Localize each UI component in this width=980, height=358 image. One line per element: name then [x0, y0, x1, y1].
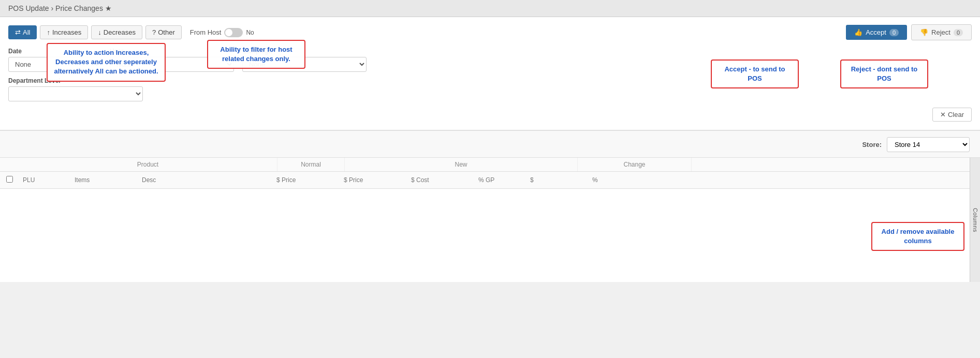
from-host-toggle[interactable] — [224, 28, 243, 37]
dept-filter-group: Department Level — [8, 77, 143, 101]
clear-btn-row: ✕ Clear — [8, 108, 972, 122]
store-label: Store: — [862, 141, 882, 148]
breadcrumb-star[interactable]: ★ — [105, 4, 112, 12]
campaign-label: Campaign — [242, 48, 367, 55]
breadcrumb-parent[interactable]: POS Update — [8, 4, 49, 12]
col-header-desc: Desc — [138, 174, 272, 186]
breadcrumb-current: Price Changes — [55, 4, 103, 12]
col-header-dollar: $ — [526, 174, 588, 186]
date-filter-group: Date None — [8, 48, 101, 72]
all-icon: ⇄ — [15, 28, 21, 36]
sub-header-row: PLU Items Desc $ Price $ Price $ Cost % … — [0, 172, 980, 189]
user-label: User — [110, 48, 234, 55]
reject-thumb-icon: 👎 — [920, 28, 928, 36]
dept-label: Department Level — [8, 77, 143, 84]
filter-section: ⇄ All ↑ Increases ↓ Decreases ? Other Fr… — [0, 17, 980, 131]
clear-button[interactable]: ✕ Clear — [932, 108, 972, 122]
breadcrumb-sep: › — [51, 4, 54, 12]
select-all-checkbox[interactable] — [6, 176, 13, 183]
col-header-snprice: $ Price — [340, 174, 407, 186]
col-group-normal: Normal — [277, 158, 345, 171]
col-group-new: New — [345, 158, 578, 171]
tab-increases-label: Increases — [52, 28, 81, 36]
store-select[interactable]: Store 14 — [887, 137, 970, 152]
columns-tab[interactable]: Columns — [970, 158, 980, 282]
user-filter-group: User None — [110, 48, 234, 72]
tab-other-label: Other — [158, 28, 175, 36]
filters-row: Date None User None Campaign None — [8, 48, 972, 72]
col-header-items: Items — [70, 174, 138, 186]
table-section: Store: Store 14 Product Normal New Chang… — [0, 131, 980, 282]
col-group-header: Product Normal New Change — [0, 158, 980, 172]
tab-increases[interactable]: ↑ Increases — [40, 25, 88, 39]
clear-label: Clear — [948, 111, 964, 118]
date-select[interactable]: None — [8, 57, 101, 72]
campaign-select[interactable]: None — [242, 57, 367, 72]
from-host-value: No — [246, 29, 254, 36]
from-host-label: From Host — [190, 28, 222, 36]
dept-row: Department Level — [8, 77, 972, 101]
tab-other[interactable]: ? Other — [145, 25, 182, 39]
table-body — [0, 189, 980, 282]
reject-badge: 0 — [954, 29, 963, 36]
date-label: Date — [8, 48, 101, 55]
col-group-product: Product — [19, 158, 277, 171]
other-icon: ? — [152, 28, 156, 36]
accept-button[interactable]: 👍 Accept 0 — [846, 25, 907, 40]
tab-all-label: All — [23, 28, 30, 36]
campaign-filter-group: Campaign None — [242, 48, 367, 72]
checkbox-header-cell — [0, 176, 19, 184]
reject-label: Reject — [931, 28, 950, 36]
tab-decreases-label: Decreases — [104, 28, 136, 36]
tab-decreases[interactable]: ↓ Decreases — [91, 25, 142, 39]
clear-x-icon: ✕ — [940, 111, 946, 118]
tab-all[interactable]: ⇄ All — [8, 25, 37, 39]
col-header-pct: % — [588, 174, 650, 186]
col-header-scost: $ Cost — [407, 174, 474, 186]
user-select[interactable]: None — [110, 57, 234, 72]
col-group-change: Change — [578, 158, 692, 171]
dept-select[interactable] — [8, 86, 143, 101]
accept-label: Accept — [866, 28, 886, 36]
col-header-sprice: $ Price — [272, 174, 340, 186]
from-host-group: From Host No — [190, 28, 254, 37]
decreases-icon: ↓ — [98, 28, 101, 36]
store-row: Store: Store 14 — [0, 137, 980, 157]
table-container: Product Normal New Change PLU Items Desc… — [0, 157, 980, 282]
accept-badge: 0 — [889, 29, 899, 36]
col-header-plu: PLU — [19, 174, 70, 186]
reject-button[interactable]: 👎 Reject 0 — [911, 24, 972, 40]
action-buttons: 👍 Accept 0 👎 Reject 0 — [846, 24, 972, 40]
col-header-gp: % GP — [474, 174, 526, 186]
accept-thumb-icon: 👍 — [854, 28, 862, 36]
breadcrumb: POS Update › Price Changes ★ — [0, 0, 980, 17]
filter-row: ⇄ All ↑ Increases ↓ Decreases ? Other Fr… — [8, 24, 972, 40]
increases-icon: ↑ — [47, 28, 50, 36]
